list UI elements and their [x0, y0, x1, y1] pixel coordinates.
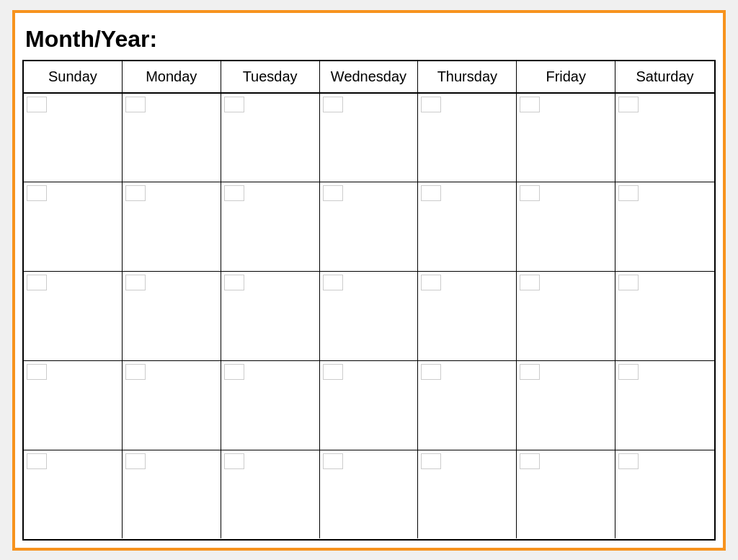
- day-number-box: [520, 275, 540, 290]
- day-number-box: [520, 97, 540, 112]
- day-number-box: [421, 364, 441, 380]
- day-cell[interactable]: [615, 94, 714, 182]
- day-header-saturday: Saturday: [615, 61, 714, 92]
- day-cell[interactable]: [615, 450, 714, 539]
- day-cell[interactable]: [320, 182, 419, 271]
- day-header-monday: Monday: [123, 61, 221, 92]
- day-cell[interactable]: [221, 361, 320, 450]
- day-cell[interactable]: [320, 361, 419, 450]
- week-row-2: [24, 182, 714, 272]
- day-number-box: [323, 97, 343, 112]
- day-number-box: [618, 453, 639, 469]
- day-header-thursday: Thursday: [418, 61, 517, 92]
- day-number-box: [224, 275, 244, 290]
- day-cell[interactable]: [221, 272, 320, 360]
- week-row-5: [24, 450, 714, 539]
- calendar-title[interactable]: Month/Year:: [22, 20, 716, 60]
- day-cell[interactable]: [418, 94, 517, 182]
- day-cell[interactable]: [24, 450, 123, 539]
- day-number-box: [618, 97, 639, 112]
- day-cell[interactable]: [123, 450, 221, 539]
- day-number-box: [224, 185, 244, 201]
- day-cell[interactable]: [24, 361, 123, 450]
- day-number-box: [125, 453, 146, 469]
- week-row-3: [24, 272, 714, 361]
- day-cell[interactable]: [221, 182, 320, 271]
- day-number-box: [27, 185, 47, 201]
- day-cell[interactable]: [320, 450, 419, 539]
- day-cell[interactable]: [418, 450, 517, 539]
- day-cell[interactable]: [517, 272, 615, 360]
- day-cell[interactable]: [123, 94, 221, 182]
- day-cell[interactable]: [123, 272, 221, 360]
- day-cell[interactable]: [24, 94, 123, 182]
- day-number-box: [618, 364, 639, 380]
- day-cell[interactable]: [418, 182, 517, 271]
- day-number-box: [27, 275, 47, 290]
- day-header-sunday: Sunday: [24, 61, 123, 92]
- day-number-box: [27, 97, 47, 112]
- day-cell[interactable]: [517, 182, 615, 271]
- day-cell[interactable]: [517, 94, 615, 182]
- day-number-box: [520, 453, 540, 469]
- day-number-box: [323, 453, 343, 469]
- day-header-friday: Friday: [517, 61, 615, 92]
- day-cell[interactable]: [517, 361, 615, 450]
- day-number-box: [27, 364, 47, 380]
- week-row-4: [24, 361, 714, 450]
- day-number-box: [618, 185, 639, 201]
- weeks-container: [24, 94, 714, 539]
- week-row-1: [24, 94, 714, 183]
- day-number-box: [323, 364, 343, 380]
- day-number-box: [323, 185, 343, 201]
- day-number-box: [421, 185, 441, 201]
- day-number-box: [27, 453, 47, 469]
- day-cell[interactable]: [221, 450, 320, 539]
- day-cell[interactable]: [221, 94, 320, 182]
- day-number-box: [224, 453, 244, 469]
- day-cell[interactable]: [615, 361, 714, 450]
- day-header-tuesday: Tuesday: [221, 61, 320, 92]
- day-number-box: [224, 97, 244, 112]
- day-number-box: [520, 185, 540, 201]
- day-cell[interactable]: [418, 361, 517, 450]
- day-cell[interactable]: [320, 94, 419, 182]
- day-number-box: [618, 275, 639, 290]
- day-cell[interactable]: [24, 272, 123, 360]
- day-cell[interactable]: [615, 272, 714, 360]
- day-number-box: [224, 364, 244, 380]
- day-cell[interactable]: [320, 272, 419, 360]
- day-cell[interactable]: [615, 182, 714, 271]
- day-cell[interactable]: [418, 272, 517, 360]
- day-number-box: [520, 364, 540, 380]
- calendar-grid: SundayMondayTuesdayWednesdayThursdayFrid…: [22, 60, 716, 541]
- day-number-box: [421, 97, 441, 112]
- day-number-box: [323, 275, 343, 290]
- day-number-box: [125, 364, 146, 380]
- day-header-wednesday: Wednesday: [320, 61, 419, 92]
- day-cell[interactable]: [24, 182, 123, 271]
- day-number-box: [421, 453, 441, 469]
- day-number-box: [125, 185, 146, 201]
- day-number-box: [421, 275, 441, 290]
- day-cell[interactable]: [123, 361, 221, 450]
- day-headers: SundayMondayTuesdayWednesdayThursdayFrid…: [24, 61, 714, 94]
- day-number-box: [125, 97, 146, 112]
- calendar-container: Month/Year: SundayMondayTuesdayWednesday…: [12, 10, 726, 551]
- day-cell[interactable]: [123, 182, 221, 271]
- day-number-box: [125, 275, 146, 290]
- day-cell[interactable]: [517, 450, 615, 539]
